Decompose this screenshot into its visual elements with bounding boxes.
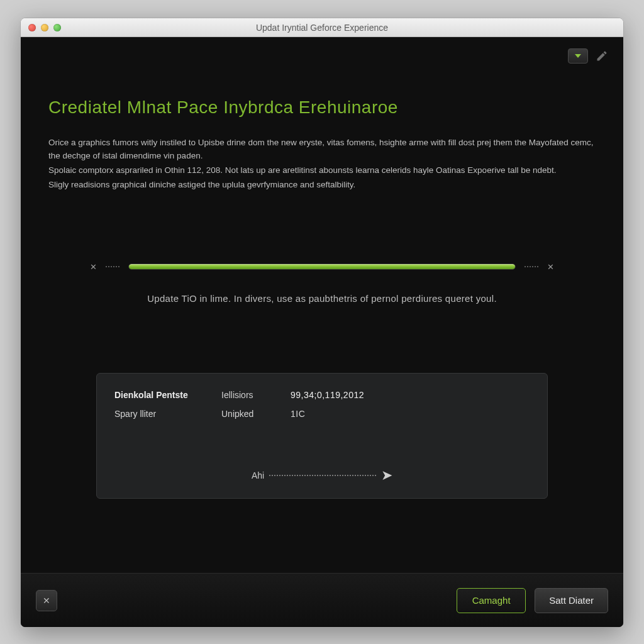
info-panel: Dienkolal Pentste Iellisiors 99,34;0,119… <box>96 373 548 499</box>
description-block: Orice a graphics fumors witly instiled t… <box>48 136 596 192</box>
info-row-0-val: 99,34;0,119,2012 <box>291 390 530 400</box>
info-row-1-val: 1IC <box>291 409 530 419</box>
info-row-0-mid: Iellisiors <box>221 390 291 400</box>
info-arrow-row: Ahi ➤ <box>97 470 547 480</box>
progress-bar[interactable] <box>128 264 516 270</box>
zoom-window-icon[interactable] <box>53 24 61 31</box>
info-arrow-label: Ahi <box>252 470 264 480</box>
description-line-3: Sligly readisions graphical diniche asti… <box>48 179 596 192</box>
chevron-down-icon <box>575 54 581 58</box>
info-row-1-label: Spary lliter <box>114 409 221 419</box>
progress-bar-fill <box>129 264 515 269</box>
settings-icon[interactable] <box>596 50 608 62</box>
content-area: Crediatel Mlnat Pace Inybrdca Erehuinaro… <box>21 37 623 627</box>
content-spacer <box>21 499 623 573</box>
footer-close-button[interactable]: ✕ <box>36 590 57 611</box>
account-dropdown-button[interactable] <box>568 48 588 64</box>
titlebar[interactable]: Updat Iryntial Geforce Experience <box>21 18 623 37</box>
secondary-action-button[interactable]: Satt Diater <box>535 588 608 613</box>
window-title: Updat Iryntial Geforce Experience <box>21 23 623 33</box>
footer: ✕ Camaght Satt Diater <box>21 573 623 627</box>
progress-end-icon: ✕ <box>547 262 554 272</box>
traffic-lights <box>21 24 61 31</box>
hero: Crediatel Mlnat Pace Inybrdca Erehuinaro… <box>21 37 623 193</box>
progress-bar-wrap: ✕ ✕ <box>46 262 598 272</box>
app-window: Updat Iryntial Geforce Experience Credia… <box>20 18 624 628</box>
progress-area: ✕ ✕ Update TiO in lime. In divers, use a… <box>21 262 623 304</box>
progress-start-icon: ✕ <box>90 262 97 272</box>
page-title: Crediatel Mlnat Pace Inybrdca Erehuinaro… <box>48 97 596 118</box>
info-row-1-mid: Unipked <box>221 409 291 419</box>
info-row-0-label: Dienkolal Pentste <box>114 390 221 400</box>
primary-action-button[interactable]: Camaght <box>457 588 526 613</box>
progress-dotted-right <box>525 266 538 267</box>
progress-caption: Update TiO in lime. In divers, use as pa… <box>46 293 598 304</box>
close-icon: ✕ <box>43 596 50 606</box>
description-line-1: Orice a graphics fumors witly instiled t… <box>48 136 596 163</box>
arrow-line <box>269 475 376 476</box>
close-window-icon[interactable] <box>28 24 36 31</box>
minimize-window-icon[interactable] <box>41 24 48 31</box>
top-controls <box>568 48 608 64</box>
description-line-2: Spolaic comptorx asprariled in Othin 112… <box>48 164 596 177</box>
progress-dotted-left <box>106 266 119 267</box>
info-grid: Dienkolal Pentste Iellisiors 99,34;0,119… <box>114 390 530 419</box>
